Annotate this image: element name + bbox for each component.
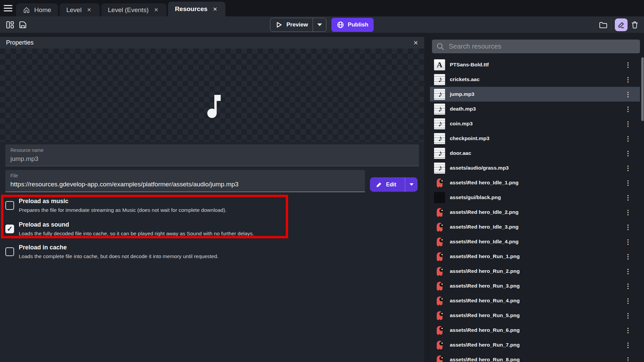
list-item[interactable]: ♪assets/audio/grass.mp3⋮ xyxy=(430,161,640,175)
checkbox-preload-as-sound[interactable]: ✓ xyxy=(5,225,14,233)
tab-label: Home xyxy=(34,6,51,14)
list-item[interactable]: ♪jump.mp3⋮ xyxy=(430,87,640,102)
list-item[interactable]: assets\Red hero_Run_7.png⋮ xyxy=(430,338,640,352)
panels-layout-icon xyxy=(6,20,14,29)
open-project-folder-button[interactable] xyxy=(598,19,608,30)
preview-button[interactable]: Preview xyxy=(270,18,313,32)
option-preload-as-music: Preload as music Prepares the file for i… xyxy=(5,198,344,213)
kebab-menu-icon[interactable]: ⋮ xyxy=(624,119,633,128)
list-item[interactable]: ♪checkpoint.mp3⋮ xyxy=(430,131,640,146)
list-item[interactable]: assets\Red hero_Idle_2.png⋮ xyxy=(430,205,640,220)
list-item[interactable]: assets/gui/black.png⋮ xyxy=(430,190,640,205)
hamburger-menu-icon[interactable] xyxy=(0,0,16,16)
option-description: Loads the complete file into cache, but … xyxy=(19,253,344,259)
preview-options-dropdown[interactable] xyxy=(313,18,326,32)
list-item[interactable]: assets\Red hero_Run_6.png⋮ xyxy=(430,323,640,338)
option-label[interactable]: Preload as music xyxy=(19,198,344,205)
kebab-menu-icon[interactable]: ⋮ xyxy=(624,193,633,202)
list-item[interactable]: assets\Red hero_Idle_3.png⋮ xyxy=(430,220,640,234)
list-item[interactable]: APTSans-Bold.ttf⋮ xyxy=(430,57,640,72)
kebab-menu-icon[interactable]: ⋮ xyxy=(624,178,633,187)
save-button[interactable] xyxy=(17,19,28,30)
kebab-menu-icon[interactable]: ⋮ xyxy=(624,326,633,335)
list-item[interactable]: assets\Red hero_Run_3.png⋮ xyxy=(430,279,640,293)
chevron-down-icon xyxy=(317,23,322,26)
preview-label: Preview xyxy=(286,21,308,28)
chevron-down-icon xyxy=(410,183,414,186)
edit-label: Edit xyxy=(386,182,396,188)
red-hero-sprite-icon xyxy=(434,207,445,218)
kebab-menu-icon[interactable]: ⋮ xyxy=(624,311,633,320)
close-tab-icon[interactable]: ✕ xyxy=(153,6,160,14)
close-tab-icon[interactable]: ✕ xyxy=(212,5,219,13)
resource-name-label: door.aac xyxy=(450,150,471,156)
checkbox-preload-as-music[interactable] xyxy=(5,201,14,210)
list-item[interactable]: ♪death.mp3⋮ xyxy=(430,102,640,116)
file-url-field[interactable]: File https://resources.gdevelop-app.com/… xyxy=(5,170,365,192)
kebab-menu-icon[interactable]: ⋮ xyxy=(624,90,633,99)
tab-label: Resources xyxy=(175,5,207,13)
checkbox-preload-in-cache[interactable] xyxy=(5,247,14,256)
kebab-menu-icon[interactable]: ⋮ xyxy=(624,252,633,261)
close-panel-icon[interactable]: ✕ xyxy=(413,39,418,47)
kebab-menu-icon[interactable]: ⋮ xyxy=(624,75,633,84)
tab-level-events[interactable]: Level (Events) ✕ xyxy=(101,3,167,16)
preview-split-button: Preview xyxy=(270,18,326,32)
list-item[interactable]: assets\Red hero_Idle_4.png⋮ xyxy=(430,234,640,249)
scrollbar-thumb[interactable] xyxy=(641,57,644,121)
option-label[interactable]: Preload as sound xyxy=(19,221,344,228)
kebab-menu-icon[interactable]: ⋮ xyxy=(624,282,633,291)
list-item[interactable]: assets\Red hero_Run_5.png⋮ xyxy=(430,308,640,323)
kebab-menu-icon[interactable]: ⋮ xyxy=(624,105,633,114)
close-tab-icon[interactable]: ✕ xyxy=(86,6,93,14)
kebab-menu-icon[interactable]: ⋮ xyxy=(624,296,633,305)
list-item[interactable]: assets\Red hero_Idle_1.png⋮ xyxy=(430,175,640,190)
edit-resource-button-active[interactable] xyxy=(615,18,628,31)
tab-resources[interactable]: Resources ✕ xyxy=(168,2,225,16)
kebab-menu-icon[interactable]: ⋮ xyxy=(624,223,633,232)
resource-name-label: PTSans-Bold.ttf xyxy=(450,62,489,68)
kebab-menu-icon[interactable]: ⋮ xyxy=(624,208,633,217)
music-note-icon xyxy=(206,94,221,118)
red-hero-sprite-icon xyxy=(434,266,445,277)
option-label[interactable]: Preload in cache xyxy=(19,244,344,251)
red-hero-sprite-icon xyxy=(434,236,445,247)
option-preload-in-cache: Preload in cache Loads the complete file… xyxy=(5,244,344,259)
red-hero-sprite-icon xyxy=(434,310,445,321)
resource-name-label: assets\Red hero_Idle_4.png xyxy=(450,239,519,245)
delete-resource-button[interactable] xyxy=(629,19,640,30)
folder-icon xyxy=(599,20,608,29)
tab-home[interactable]: Home xyxy=(16,3,58,16)
resource-name-label: checkpoint.mp3 xyxy=(450,135,489,141)
resource-name-label: assets\Red hero_Idle_1.png xyxy=(450,180,519,186)
toggle-panels-button[interactable] xyxy=(5,19,15,30)
play-icon xyxy=(276,21,282,28)
audio-file-icon: ♪ xyxy=(434,118,445,129)
publish-button[interactable]: Publish xyxy=(331,18,374,32)
tab-level[interactable]: Level ✕ xyxy=(60,3,100,16)
list-item[interactable]: ♪door.aac⋮ xyxy=(430,146,640,161)
list-item[interactable]: assets\Red hero_Run_2.png⋮ xyxy=(430,264,640,279)
list-item[interactable]: assets\Red hero_Run_8.png⋮ xyxy=(430,352,640,362)
kebab-menu-icon[interactable]: ⋮ xyxy=(624,237,633,246)
tab-label: Level xyxy=(66,6,82,14)
list-item[interactable]: ♪coin.mp3⋮ xyxy=(430,116,640,131)
kebab-menu-icon[interactable]: ⋮ xyxy=(624,355,633,362)
list-item[interactable]: assets\Red hero_Run_4.png⋮ xyxy=(430,293,640,308)
kebab-menu-icon[interactable]: ⋮ xyxy=(624,164,633,173)
kebab-menu-icon[interactable]: ⋮ xyxy=(624,60,633,69)
search-box[interactable] xyxy=(432,40,640,53)
list-item[interactable]: ♪crickets.aac⋮ xyxy=(430,72,640,87)
kebab-menu-icon[interactable]: ⋮ xyxy=(624,341,633,350)
kebab-menu-icon[interactable]: ⋮ xyxy=(624,267,633,276)
search-input[interactable] xyxy=(449,43,636,50)
edit-options-dropdown[interactable] xyxy=(405,177,418,192)
list-item[interactable]: assets\Red hero_Run_1.png⋮ xyxy=(430,249,640,264)
edit-button[interactable]: Edit xyxy=(370,177,405,192)
kebab-menu-icon[interactable]: ⋮ xyxy=(624,134,633,143)
resource-name-field[interactable]: Resource name jump.mp3 xyxy=(5,144,419,166)
properties-header: Properties ✕ xyxy=(0,37,424,49)
kebab-menu-icon[interactable]: ⋮ xyxy=(624,149,633,158)
publish-label: Publish xyxy=(348,21,368,28)
tab-bar: Home Level ✕ Level (Events) ✕ Resources … xyxy=(0,0,644,16)
